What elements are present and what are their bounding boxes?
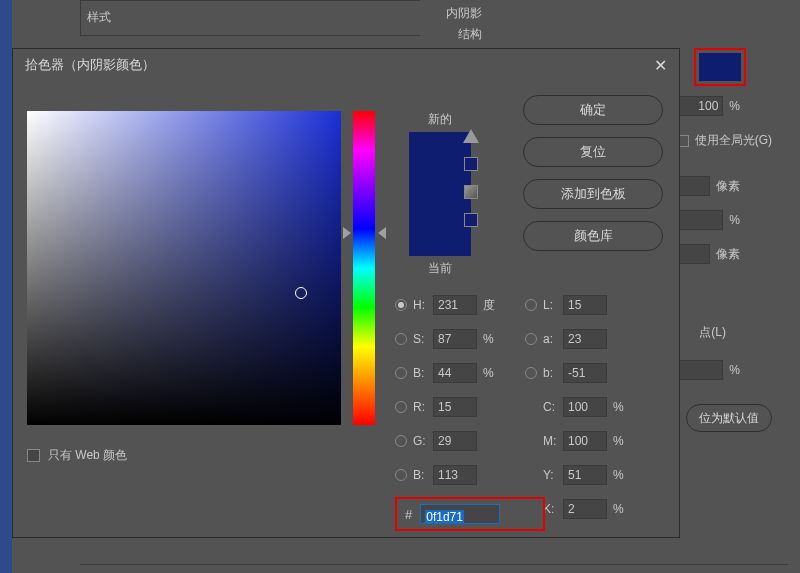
color-picker-dialog: 拾色器（内阴影颜色） ✕ 新的 当前 确定 复位 添加到色板 颜色库 [12, 48, 680, 538]
r-input[interactable]: 15 [433, 397, 477, 417]
ok-button[interactable]: 确定 [523, 95, 663, 125]
l-label: L: [543, 298, 563, 312]
new-label: 新的 [395, 111, 485, 128]
choke-value[interactable] [677, 210, 723, 230]
px-unit: 像素 [716, 178, 740, 195]
websafe-swatch[interactable] [464, 213, 478, 227]
bb-radio[interactable] [395, 469, 407, 481]
s-label: S: [413, 332, 433, 346]
sv-cursor [295, 287, 307, 299]
r-radio[interactable] [395, 401, 407, 413]
preview-new-swatch [409, 132, 471, 194]
preview-warning-icons [463, 129, 479, 227]
bv-label: B: [413, 366, 433, 380]
contour-row: 点(L) [699, 324, 726, 341]
h-radio[interactable] [395, 299, 407, 311]
global-light-row: 使用全局光(G) [677, 132, 772, 149]
s-unit: % [483, 332, 501, 346]
saturation-value-field[interactable] [27, 111, 341, 425]
m-label: M: [543, 434, 563, 448]
close-icon[interactable]: ✕ [654, 56, 667, 75]
dialog-title: 拾色器（内阴影颜色） [25, 56, 155, 74]
opacity-row: 100 % [677, 96, 740, 116]
hex-value: 0f1d71 [425, 510, 464, 524]
m-unit: % [613, 434, 631, 448]
y-unit: % [613, 468, 631, 482]
g-radio[interactable] [395, 435, 407, 447]
dialog-titlebar: 拾色器（内阴影颜色） ✕ [13, 49, 679, 81]
color-swatch-highlight [694, 48, 746, 86]
m-input[interactable]: 100 [563, 431, 607, 451]
websafe-cube-icon[interactable] [464, 185, 478, 199]
hex-highlight-box: # 0f1d71 [395, 497, 545, 531]
bv-unit: % [483, 366, 501, 380]
styles-label: 样式 [87, 10, 111, 24]
l-input[interactable]: 15 [563, 295, 607, 315]
blab-radio[interactable] [525, 367, 537, 379]
choke-row: % [677, 210, 740, 230]
gamut-warning-icon[interactable] [463, 129, 479, 143]
r-label: R: [413, 400, 433, 414]
color-library-button[interactable]: 颜色库 [523, 221, 663, 251]
c-input[interactable]: 100 [563, 397, 607, 417]
g-input[interactable]: 29 [433, 431, 477, 451]
web-only-label: 只有 Web 颜色 [48, 447, 127, 464]
dialog-buttons: 确定 复位 添加到色板 颜色库 [523, 95, 663, 251]
inner-shadow-title: 内阴影 [446, 5, 780, 22]
opacity-value[interactable]: 100 [677, 96, 723, 116]
reset-button[interactable]: 复位 [523, 137, 663, 167]
pct-unit: % [729, 99, 740, 113]
y-label: Y: [543, 468, 563, 482]
web-only-row: 只有 Web 颜色 [27, 447, 127, 464]
hue-marker-left-icon [343, 227, 351, 239]
blab-input[interactable]: -51 [563, 363, 607, 383]
c-label: C: [543, 400, 563, 414]
preview-current-swatch[interactable] [409, 194, 471, 256]
color-swatch[interactable] [699, 53, 741, 81]
pct-unit: % [729, 213, 740, 227]
web-only-checkbox[interactable] [27, 449, 40, 462]
add-swatch-button[interactable]: 添加到色板 [523, 179, 663, 209]
gamut-swatch[interactable] [464, 157, 478, 171]
c-unit: % [613, 400, 631, 414]
h-input[interactable]: 231 [433, 295, 477, 315]
bb-input[interactable]: 113 [433, 465, 477, 485]
pct-unit: % [729, 363, 740, 377]
h-label: H: [413, 298, 433, 312]
k-input[interactable]: 2 [563, 499, 607, 519]
s-input[interactable]: 87 [433, 329, 477, 349]
h-unit: 度 [483, 297, 501, 314]
contour-label: 点(L) [699, 324, 726, 341]
g-label: G: [413, 434, 433, 448]
global-light-label: 使用全局光(G) [695, 132, 772, 149]
a-radio[interactable] [525, 333, 537, 345]
bb-label: B: [413, 468, 433, 482]
bottom-divider [80, 564, 788, 565]
structure-label: 结构 [458, 26, 780, 43]
current-label: 当前 [395, 260, 485, 277]
hue-slider[interactable] [353, 111, 375, 425]
a-input[interactable]: 23 [563, 329, 607, 349]
left-edge-strip [0, 0, 12, 573]
noise-row: % [677, 360, 740, 380]
b-radio[interactable] [395, 367, 407, 379]
hex-label: # [405, 507, 412, 522]
make-default-button[interactable]: 位为默认值 [686, 404, 772, 432]
color-inputs: H:231度 L:15 S:87% a:23 B:44% b:-51 R:15 … [395, 291, 675, 529]
noise-value[interactable] [677, 360, 723, 380]
s-radio[interactable] [395, 333, 407, 345]
bv-input[interactable]: 44 [433, 363, 477, 383]
y-input[interactable]: 51 [563, 465, 607, 485]
l-radio[interactable] [525, 299, 537, 311]
hue-marker-right-icon [378, 227, 386, 239]
blab-label: b: [543, 366, 563, 380]
hex-input[interactable]: 0f1d71 [420, 504, 500, 524]
k-label: K: [543, 502, 563, 516]
a-label: a: [543, 332, 563, 346]
k-unit: % [613, 502, 631, 516]
px-unit: 像素 [716, 246, 740, 263]
